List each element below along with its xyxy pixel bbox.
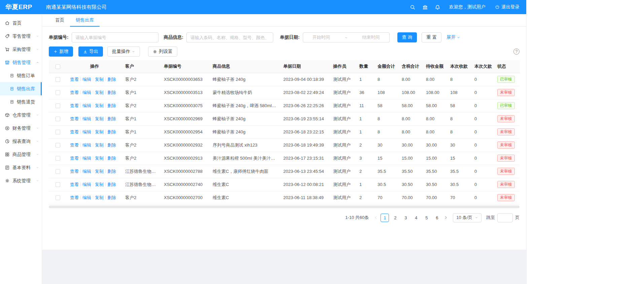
sidebar-item-sales[interactable]: 销售管理 — [0, 56, 42, 69]
finance-icon — [5, 126, 10, 131]
copy-link[interactable]: 复制 — [95, 182, 104, 187]
sidebar-item-report[interactable]: 报表查询 — [0, 135, 42, 148]
view-link[interactable]: 查看 — [70, 116, 79, 121]
copy-link[interactable]: 复制 — [95, 90, 104, 95]
row-checkbox[interactable] — [56, 77, 60, 82]
sidebar-item-sales-return[interactable]: 销售退货 — [0, 95, 42, 108]
copy-link[interactable]: 复制 — [95, 129, 104, 134]
sidebar-item-finance[interactable]: 财务管理 — [0, 122, 42, 135]
welcome-text[interactable]: 欢迎您，测试用户 — [449, 4, 486, 10]
page-button-2[interactable]: 2 — [391, 214, 399, 222]
page-button-4[interactable]: 4 — [412, 214, 420, 222]
row-checkbox[interactable] — [56, 169, 60, 174]
sidebar-item-warehouse[interactable]: 仓库管理 — [0, 108, 42, 122]
sidebar-item-home[interactable]: 首页 — [0, 17, 42, 30]
add-button[interactable]: 新增 — [49, 46, 73, 57]
delete-link[interactable]: 删除 — [107, 169, 116, 174]
sidebar-item-sales-order[interactable]: 销售订单 — [0, 69, 42, 82]
cell-received: 30.5 — [447, 178, 471, 191]
row-checkbox[interactable] — [56, 130, 60, 134]
edit-link[interactable]: 编辑 — [82, 77, 91, 82]
next-page-button[interactable] — [442, 216, 450, 220]
delete-link[interactable]: 删除 — [107, 195, 116, 200]
help-icon[interactable]: ? — [513, 49, 520, 55]
delete-link[interactable]: 删除 — [107, 156, 116, 161]
sidebar-item-goods[interactable]: 商品管理 — [0, 148, 42, 161]
view-link[interactable]: 查看 — [70, 143, 79, 148]
view-link[interactable]: 查看 — [70, 182, 79, 187]
delete-link[interactable]: 删除 — [107, 103, 116, 108]
logout-button[interactable]: 退出登录 — [495, 4, 520, 10]
edit-link[interactable]: 编辑 — [82, 156, 91, 161]
batch-operations-button[interactable]: 批量操作 — [107, 46, 140, 57]
delete-link[interactable]: 删除 — [107, 116, 116, 121]
sidebar-item-purchase[interactable]: 采购管理 — [0, 43, 42, 56]
edit-link[interactable]: 编辑 — [82, 195, 91, 200]
view-link[interactable]: 查看 — [70, 90, 79, 95]
bell-icon[interactable] — [435, 4, 440, 10]
horizontal-scrollbar[interactable] — [49, 206, 520, 208]
view-link[interactable]: 查看 — [70, 129, 79, 134]
row-checkbox[interactable] — [56, 90, 60, 95]
bank-icon[interactable] — [422, 4, 428, 10]
edit-link[interactable]: 编辑 — [82, 169, 91, 174]
copy-link[interactable]: 复制 — [95, 143, 104, 148]
doc-no-input[interactable] — [72, 32, 158, 42]
row-checkbox[interactable] — [56, 103, 60, 108]
expand-link[interactable]: 展开 — [446, 34, 460, 40]
copy-link[interactable]: 复制 — [95, 77, 104, 82]
cell-debt: 0 — [471, 178, 494, 191]
edit-link[interactable]: 编辑 — [82, 103, 91, 108]
tab-sales-outbound[interactable]: 销售出库 — [70, 14, 100, 26]
view-link[interactable]: 查看 — [70, 103, 79, 108]
cell-qty: 1 — [356, 73, 374, 86]
page-button-6[interactable]: 6 — [433, 214, 441, 222]
copy-link[interactable]: 复制 — [95, 195, 104, 200]
select-all-checkbox[interactable] — [56, 64, 60, 69]
divider — [105, 103, 106, 107]
copy-link[interactable]: 复制 — [95, 116, 104, 121]
copy-link[interactable]: 复制 — [95, 156, 104, 161]
row-checkbox[interactable] — [56, 182, 60, 187]
sidebar-item-retail[interactable]: 零售管理 — [0, 30, 42, 43]
jump-input[interactable] — [497, 213, 513, 222]
copy-link[interactable]: 复制 — [95, 103, 104, 108]
delete-link[interactable]: 删除 — [107, 129, 116, 134]
date-range-picker[interactable]: 开始时间 ~ 结束时间 — [303, 32, 390, 42]
tab-home[interactable]: 首页 — [49, 14, 70, 26]
row-checkbox[interactable] — [56, 156, 60, 161]
column-settings-button[interactable]: 列设置 — [148, 46, 177, 57]
export-button[interactable]: 导出 — [78, 46, 103, 57]
search-button[interactable]: 查 询 — [397, 32, 417, 42]
edit-link[interactable]: 编辑 — [82, 129, 91, 134]
delete-link[interactable]: 删除 — [107, 182, 116, 187]
reset-button[interactable]: 重 置 — [422, 32, 441, 42]
row-checkbox[interactable] — [56, 195, 60, 200]
page-button-3[interactable]: 3 — [401, 214, 410, 222]
app-logo[interactable]: 华夏ERP — [0, 3, 42, 11]
copy-link[interactable]: 复制 — [95, 169, 104, 174]
row-checkbox[interactable] — [56, 117, 60, 121]
row-checkbox[interactable] — [56, 143, 60, 148]
view-link[interactable]: 查看 — [70, 195, 79, 200]
delete-link[interactable]: 删除 — [107, 77, 116, 82]
edit-link[interactable]: 编辑 — [82, 143, 91, 148]
edit-link[interactable]: 编辑 — [82, 90, 91, 95]
view-link[interactable]: 查看 — [70, 77, 79, 82]
prev-page-button[interactable] — [372, 216, 380, 220]
view-link[interactable]: 查看 — [70, 169, 79, 174]
edit-link[interactable]: 编辑 — [82, 116, 91, 121]
search-icon[interactable] — [410, 4, 416, 10]
page-button-1[interactable]: 1 — [381, 214, 389, 222]
page-button-5[interactable]: 5 — [422, 214, 431, 222]
delete-link[interactable]: 删除 — [107, 143, 116, 148]
page-size-select[interactable]: 10 条/页 — [453, 213, 481, 222]
sidebar-item-sales-outbound[interactable]: 销售出库 — [0, 82, 42, 95]
product-input[interactable] — [186, 32, 273, 42]
delete-link[interactable]: 删除 — [107, 90, 116, 95]
view-link[interactable]: 查看 — [70, 156, 79, 161]
sidebar-item-basic[interactable]: 基本资料 — [0, 161, 42, 174]
sidebar-item-label: 商品管理 — [12, 152, 31, 158]
edit-link[interactable]: 编辑 — [82, 182, 91, 187]
sidebar-item-system[interactable]: 系统管理 — [0, 174, 42, 187]
